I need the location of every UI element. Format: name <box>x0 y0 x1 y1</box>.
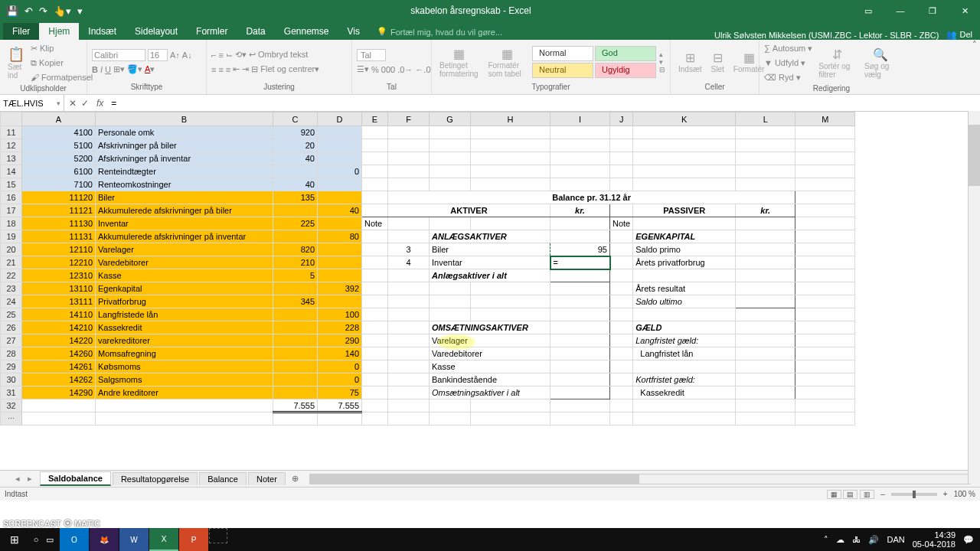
formula-input[interactable]: = <box>106 96 980 110</box>
user-name[interactable]: Ulrik Sølvsten Mikkelsen (USMI.ZBC - Lek… <box>714 31 939 40</box>
tray-up-icon[interactable]: ˄ <box>824 535 828 545</box>
maximize-icon[interactable]: ❐ <box>917 0 948 21</box>
taskbar-powerpoint-icon[interactable]: P <box>179 528 208 551</box>
worksheet-grid[interactable]: ABCDEFGHIJKLM114100Personale omk92012510… <box>0 112 980 470</box>
clear-button[interactable]: ⌫ Ryd ▾ <box>764 70 812 84</box>
zoom-level[interactable]: 100 % <box>954 490 975 498</box>
sheet-tab-resultat[interactable]: Resultatopgørelse <box>113 472 198 485</box>
cell-style-good[interactable]: God <box>595 46 656 61</box>
minimize-icon[interactable]: — <box>885 0 916 21</box>
styles-down-icon[interactable]: ▾ <box>659 58 665 66</box>
sheet-tab-noter[interactable]: Noter <box>248 472 286 485</box>
ribbon-display-icon[interactable]: ▭ <box>853 0 884 21</box>
conditional-formatting-button[interactable]: ▦Betinget formatering <box>436 45 482 80</box>
tab-nav-next-icon[interactable]: ▸ <box>28 474 32 484</box>
name-box[interactable]: TÆL.HVIS▾ <box>0 95 64 111</box>
view-normal-icon[interactable]: ▦ <box>827 490 841 499</box>
align-right-icon[interactable]: ≡ <box>226 65 230 74</box>
qat-customize-icon[interactable]: ▾ <box>77 5 83 17</box>
cell-style-neutral[interactable]: Neutral <box>532 63 593 78</box>
taskbar-search-icon[interactable]: ○ <box>29 535 43 544</box>
start-button[interactable]: ⊞ <box>0 533 29 546</box>
zoom-slider[interactable] <box>891 493 937 496</box>
tab-review[interactable]: Gennemse <box>275 23 338 40</box>
number-format-select[interactable]: Tal <box>357 49 386 61</box>
active-cell[interactable]: = <box>550 256 610 269</box>
accept-formula-icon[interactable]: ✓ <box>81 98 89 109</box>
taskbar-excel-icon[interactable]: X <box>149 528 178 551</box>
increase-decimal-icon[interactable]: .0→ <box>397 65 413 74</box>
tab-view[interactable]: Vis <box>338 23 369 40</box>
zoom-in-icon[interactable]: + <box>943 490 948 498</box>
merge-center-button[interactable]: ⊟ Flet og centrer▾ <box>251 64 319 74</box>
collapse-ribbon-icon[interactable]: ˄ <box>972 40 977 50</box>
tray-onedrive-icon[interactable]: ☁ <box>836 535 844 545</box>
fill-button[interactable]: ▼ Udfyld ▾ <box>764 56 812 70</box>
bold-button[interactable]: B <box>92 65 98 74</box>
find-select-button[interactable]: 🔍Søg og vælg <box>861 46 899 80</box>
add-sheet-icon[interactable]: ⊕ <box>287 472 303 485</box>
tab-home[interactable]: Hjem <box>39 23 79 40</box>
font-name[interactable] <box>92 49 145 61</box>
wrap-text-button[interactable]: ↩ Ombryd tekst <box>249 50 308 60</box>
share-button[interactable]: 👥 Del <box>946 30 972 40</box>
align-middle-icon[interactable]: ≡ <box>218 51 223 60</box>
zoom-out-icon[interactable]: – <box>880 490 885 498</box>
styles-up-icon[interactable]: ▴ <box>659 51 665 58</box>
tray-time[interactable]: 14:39 <box>913 530 956 540</box>
grow-font-icon[interactable]: A↑ <box>170 51 180 60</box>
tab-formulas[interactable]: Formler <box>187 23 237 40</box>
font-size[interactable] <box>148 49 168 61</box>
format-painter-button[interactable]: 🖌 Formatpensel <box>31 70 93 84</box>
fx-icon[interactable]: fx <box>93 98 106 109</box>
styles-more-icon[interactable]: ⊟ <box>659 66 665 73</box>
tab-file[interactable]: Filer <box>3 23 39 40</box>
close-icon[interactable]: ✕ <box>949 0 980 21</box>
tell-me-search[interactable]: 💡Fortæl mig, hvad du vil gøre... <box>369 24 510 40</box>
tray-date[interactable]: 05-04-2018 <box>913 540 956 549</box>
fill-color-icon[interactable]: 🪣▾ <box>127 64 142 74</box>
align-bottom-icon[interactable]: ⌙ <box>226 50 233 60</box>
taskbar-word-icon[interactable]: W <box>119 528 149 551</box>
taskbar-firefox-icon[interactable]: 🦊 <box>90 528 119 551</box>
undo-icon[interactable]: ↶ <box>24 5 33 17</box>
tray-network-icon[interactable]: 🖧 <box>852 535 861 544</box>
align-left-icon[interactable]: ≡ <box>211 65 216 74</box>
align-center-icon[interactable]: ≡ <box>218 65 223 74</box>
underline-button[interactable]: U <box>105 65 111 74</box>
font-color-icon[interactable]: A▾ <box>145 64 155 74</box>
insert-cells-button[interactable]: ⊞Indsæt <box>675 49 705 75</box>
tab-page-layout[interactable]: Sidelayout <box>126 23 187 40</box>
view-pagebreak-icon[interactable]: ▥ <box>860 490 874 499</box>
cell-style-bad[interactable]: Ugyldig <box>595 63 656 78</box>
border-icon[interactable]: ⊞▾ <box>113 64 125 74</box>
cell-style-normal[interactable]: Normal <box>532 46 593 61</box>
delete-cells-button[interactable]: ⊟Slet <box>708 49 727 75</box>
sheet-tab-saldobalance[interactable]: Saldobalance <box>40 471 111 486</box>
tray-notifications-icon[interactable]: 💬 <box>963 535 974 545</box>
autosum-button[interactable]: ∑ Autosum ▾ <box>764 41 812 55</box>
percent-icon[interactable]: % <box>371 65 379 74</box>
sheet-tab-balance[interactable]: Balance <box>199 472 247 485</box>
decrease-indent-icon[interactable]: ⇤ <box>233 64 240 74</box>
currency-icon[interactable]: ☰▾ <box>357 64 369 74</box>
tab-insert[interactable]: Indsæt <box>79 23 126 40</box>
tab-nav-prev-icon[interactable]: ◂ <box>15 474 20 484</box>
horizontal-scrollbar[interactable] <box>309 474 971 484</box>
tray-volume-icon[interactable]: 🔊 <box>868 535 879 545</box>
decrease-decimal-icon[interactable]: ←.0 <box>415 65 430 74</box>
copy-button[interactable]: ⧉ Kopier <box>31 56 93 70</box>
sort-filter-button[interactable]: ⇵Sortér og filtrer <box>815 46 858 80</box>
shrink-font-icon[interactable]: A↓ <box>182 51 192 60</box>
touch-mode-icon[interactable]: 👆▾ <box>54 5 71 17</box>
tray-language[interactable]: DAN <box>887 535 904 544</box>
format-as-table-button[interactable]: ▦Formatér som tabel <box>485 45 529 80</box>
cut-button[interactable]: ✂ Klip <box>31 41 93 55</box>
save-icon[interactable]: 💾 <box>6 5 18 17</box>
orientation-icon[interactable]: ⟲▾ <box>235 50 247 60</box>
italic-button[interactable]: I <box>100 65 103 74</box>
task-view-icon[interactable]: ▭ <box>43 535 57 545</box>
comma-icon[interactable]: 000 <box>381 65 395 74</box>
paste-button[interactable]: 📋Sæt ind <box>5 44 28 81</box>
tab-data[interactable]: Data <box>237 23 274 40</box>
